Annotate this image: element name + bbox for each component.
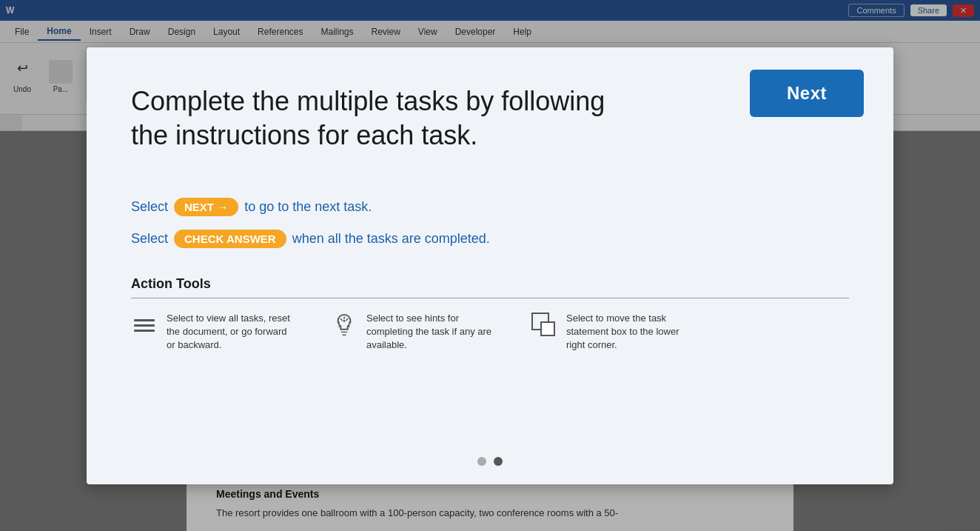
next-button[interactable]: Next [750, 70, 864, 117]
instructions-section: Select NEXT → to go to the next task. Se… [131, 198, 849, 261]
tool-text-move: Select to move the task statement box to… [566, 312, 694, 353]
move-icon [531, 312, 557, 338]
action-tools-section: Action Tools Select to view all tasks, r… [131, 276, 849, 353]
tool-text-hamburger: Select to view all tasks, reset the docu… [167, 312, 294, 353]
instruction2-suffix: when all the tasks are completed. [292, 231, 490, 247]
instruction1-prefix: Select [131, 199, 168, 215]
tool-item-lightbulb: Select to see hints for completing the t… [331, 312, 494, 353]
pagination-dots [477, 457, 503, 466]
modal-dialog: Next Complete the multiple tasks by foll… [87, 47, 893, 484]
modal-heading: Complete the multiple tasks by following… [131, 84, 649, 154]
instruction1-suffix: to go to the next task. [244, 199, 372, 215]
next-badge: NEXT → [174, 198, 238, 216]
dot-1[interactable] [477, 457, 486, 466]
modal-overlay: Next Complete the multiple tasks by foll… [0, 0, 980, 531]
instruction-line-1: Select NEXT → to go to the next task. [131, 198, 849, 216]
instruction2-prefix: Select [131, 231, 168, 247]
hamburger-icon [131, 312, 158, 338]
tool-item-move: Select to move the task statement box to… [531, 312, 694, 353]
svg-rect-3 [541, 322, 554, 335]
tool-text-lightbulb: Select to see hints for completing the t… [366, 312, 494, 353]
tool-item-hamburger: Select to view all tasks, reset the docu… [131, 312, 294, 353]
check-answer-badge: CHECK ANSWER [174, 230, 286, 248]
action-tools-title: Action Tools [131, 276, 849, 292]
svg-point-0 [343, 320, 346, 322]
dot-2[interactable] [494, 457, 503, 466]
action-tools-grid: Select to view all tasks, reset the docu… [131, 312, 849, 353]
instruction-line-2: Select CHECK ANSWER when all the tasks a… [131, 230, 849, 248]
action-tools-divider [131, 298, 849, 298]
lightbulb-icon [331, 312, 358, 338]
